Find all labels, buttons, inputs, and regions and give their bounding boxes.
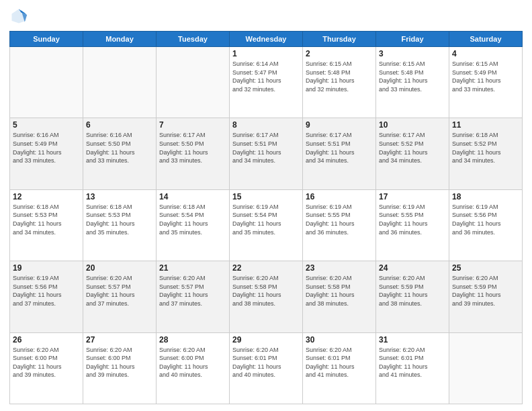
day-number: 28: [159, 335, 226, 345]
day-number: 27: [86, 335, 153, 345]
day-info: Sunrise: 6:17 AM Sunset: 5:52 PM Dayligh…: [379, 131, 446, 165]
logo: [9, 7, 31, 26]
day-number: 23: [306, 263, 373, 273]
calendar-header-wednesday: Wednesday: [230, 32, 303, 47]
calendar-cell: 29Sunrise: 6:20 AM Sunset: 6:01 PM Dayli…: [230, 332, 303, 404]
calendar-cell: 8Sunrise: 6:17 AM Sunset: 5:51 PM Daylig…: [230, 118, 303, 189]
day-number: 13: [86, 192, 153, 201]
calendar-cell: [83, 47, 157, 118]
calendar-cell: 30Sunrise: 6:20 AM Sunset: 6:01 PM Dayli…: [303, 332, 376, 404]
day-number: 3: [379, 49, 446, 58]
calendar-cell: 9Sunrise: 6:17 AM Sunset: 5:51 PM Daylig…: [303, 118, 376, 189]
calendar-cell: 23Sunrise: 6:20 AM Sunset: 5:58 PM Dayli…: [303, 261, 376, 332]
calendar-cell: 17Sunrise: 6:19 AM Sunset: 5:55 PM Dayli…: [376, 189, 449, 261]
calendar-cell: 20Sunrise: 6:20 AM Sunset: 5:57 PM Dayli…: [83, 261, 157, 332]
day-info: Sunrise: 6:20 AM Sunset: 5:57 PM Dayligh…: [159, 274, 226, 308]
calendar-header-saturday: Saturday: [449, 32, 523, 47]
calendar-cell: 1Sunrise: 6:14 AM Sunset: 5:47 PM Daylig…: [230, 47, 303, 118]
day-number: 14: [159, 192, 226, 201]
day-info: Sunrise: 6:17 AM Sunset: 5:51 PM Dayligh…: [232, 131, 300, 165]
calendar-header-monday: Monday: [83, 32, 157, 47]
day-number: 9: [306, 120, 373, 130]
calendar-cell: 31Sunrise: 6:20 AM Sunset: 6:01 PM Dayli…: [376, 332, 449, 404]
day-info: Sunrise: 6:20 AM Sunset: 6:00 PM Dayligh…: [159, 346, 226, 379]
calendar-header-friday: Friday: [376, 32, 449, 47]
calendar-week-2: 5Sunrise: 6:16 AM Sunset: 5:49 PM Daylig…: [10, 118, 523, 189]
day-number: 20: [86, 263, 153, 273]
calendar-cell: [449, 332, 523, 404]
calendar-cell: 15Sunrise: 6:19 AM Sunset: 5:54 PM Dayli…: [230, 189, 303, 261]
day-info: Sunrise: 6:15 AM Sunset: 5:49 PM Dayligh…: [452, 60, 519, 93]
day-info: Sunrise: 6:14 AM Sunset: 5:47 PM Dayligh…: [232, 60, 300, 93]
day-info: Sunrise: 6:20 AM Sunset: 5:59 PM Dayligh…: [379, 274, 446, 308]
day-number: 2: [306, 49, 373, 58]
calendar-header-tuesday: Tuesday: [157, 32, 230, 47]
day-info: Sunrise: 6:20 AM Sunset: 5:57 PM Dayligh…: [86, 274, 153, 308]
day-info: Sunrise: 6:18 AM Sunset: 5:54 PM Dayligh…: [159, 203, 226, 236]
day-number: 15: [232, 192, 300, 201]
calendar-header-row: SundayMondayTuesdayWednesdayThursdayFrid…: [10, 32, 523, 47]
day-info: Sunrise: 6:17 AM Sunset: 5:51 PM Dayligh…: [306, 131, 373, 165]
day-info: Sunrise: 6:16 AM Sunset: 5:50 PM Dayligh…: [86, 131, 153, 165]
day-info: Sunrise: 6:20 AM Sunset: 6:01 PM Dayligh…: [306, 346, 373, 379]
day-number: 8: [232, 120, 300, 130]
calendar-week-3: 12Sunrise: 6:18 AM Sunset: 5:53 PM Dayli…: [10, 189, 523, 261]
calendar-cell: 12Sunrise: 6:18 AM Sunset: 5:53 PM Dayli…: [10, 189, 83, 261]
logo-icon: [9, 7, 28, 26]
day-info: Sunrise: 6:20 AM Sunset: 6:01 PM Dayligh…: [379, 346, 446, 379]
calendar-cell: 14Sunrise: 6:18 AM Sunset: 5:54 PM Dayli…: [157, 189, 230, 261]
calendar-header-sunday: Sunday: [10, 32, 83, 47]
day-info: Sunrise: 6:20 AM Sunset: 6:00 PM Dayligh…: [13, 346, 80, 379]
day-number: 17: [379, 192, 446, 201]
day-number: 30: [306, 335, 373, 345]
calendar-cell: 27Sunrise: 6:20 AM Sunset: 6:00 PM Dayli…: [83, 332, 157, 404]
day-info: Sunrise: 6:19 AM Sunset: 5:54 PM Dayligh…: [232, 203, 300, 236]
calendar-cell: 24Sunrise: 6:20 AM Sunset: 5:59 PM Dayli…: [376, 261, 449, 332]
calendar-week-4: 19Sunrise: 6:19 AM Sunset: 5:56 PM Dayli…: [10, 261, 523, 332]
calendar-cell: [10, 47, 83, 118]
day-number: 22: [232, 263, 300, 273]
day-number: 19: [13, 263, 80, 273]
day-info: Sunrise: 6:15 AM Sunset: 5:48 PM Dayligh…: [379, 60, 446, 93]
calendar-cell: 5Sunrise: 6:16 AM Sunset: 5:49 PM Daylig…: [10, 118, 83, 189]
day-info: Sunrise: 6:15 AM Sunset: 5:48 PM Dayligh…: [306, 60, 373, 93]
calendar-cell: 13Sunrise: 6:18 AM Sunset: 5:53 PM Dayli…: [83, 189, 157, 261]
calendar-cell: 6Sunrise: 6:16 AM Sunset: 5:50 PM Daylig…: [83, 118, 157, 189]
calendar-cell: 22Sunrise: 6:20 AM Sunset: 5:58 PM Dayli…: [230, 261, 303, 332]
day-info: Sunrise: 6:18 AM Sunset: 5:52 PM Dayligh…: [452, 131, 519, 165]
day-number: 29: [232, 335, 300, 345]
header: [9, 7, 523, 26]
calendar-cell: 18Sunrise: 6:19 AM Sunset: 5:56 PM Dayli…: [449, 189, 523, 261]
calendar-header-thursday: Thursday: [303, 32, 376, 47]
day-info: Sunrise: 6:20 AM Sunset: 6:01 PM Dayligh…: [232, 346, 300, 379]
calendar-week-5: 26Sunrise: 6:20 AM Sunset: 6:00 PM Dayli…: [10, 332, 523, 404]
day-number: 31: [379, 335, 446, 345]
calendar-week-1: 1Sunrise: 6:14 AM Sunset: 5:47 PM Daylig…: [10, 47, 523, 118]
day-number: 7: [159, 120, 226, 130]
day-number: 5: [13, 120, 80, 130]
day-info: Sunrise: 6:19 AM Sunset: 5:56 PM Dayligh…: [452, 203, 519, 236]
day-info: Sunrise: 6:20 AM Sunset: 5:58 PM Dayligh…: [306, 274, 373, 308]
calendar-cell: 25Sunrise: 6:20 AM Sunset: 5:59 PM Dayli…: [449, 261, 523, 332]
calendar-cell: 7Sunrise: 6:17 AM Sunset: 5:50 PM Daylig…: [157, 118, 230, 189]
day-number: 16: [306, 192, 373, 201]
day-info: Sunrise: 6:20 AM Sunset: 5:59 PM Dayligh…: [452, 274, 519, 308]
day-number: 25: [452, 263, 519, 273]
calendar-cell: 26Sunrise: 6:20 AM Sunset: 6:00 PM Dayli…: [10, 332, 83, 404]
calendar-cell: 2Sunrise: 6:15 AM Sunset: 5:48 PM Daylig…: [303, 47, 376, 118]
calendar-cell: 10Sunrise: 6:17 AM Sunset: 5:52 PM Dayli…: [376, 118, 449, 189]
day-info: Sunrise: 6:18 AM Sunset: 5:53 PM Dayligh…: [13, 203, 80, 236]
day-number: 11: [452, 120, 519, 130]
calendar-cell: 11Sunrise: 6:18 AM Sunset: 5:52 PM Dayli…: [449, 118, 523, 189]
day-info: Sunrise: 6:20 AM Sunset: 6:00 PM Dayligh…: [86, 346, 153, 379]
page: SundayMondayTuesdayWednesdayThursdayFrid…: [0, 0, 532, 411]
day-info: Sunrise: 6:20 AM Sunset: 5:58 PM Dayligh…: [232, 274, 300, 308]
day-info: Sunrise: 6:19 AM Sunset: 5:56 PM Dayligh…: [13, 274, 80, 308]
day-number: 10: [379, 120, 446, 130]
calendar-cell: 16Sunrise: 6:19 AM Sunset: 5:55 PM Dayli…: [303, 189, 376, 261]
calendar-cell: 3Sunrise: 6:15 AM Sunset: 5:48 PM Daylig…: [376, 47, 449, 118]
day-info: Sunrise: 6:19 AM Sunset: 5:55 PM Dayligh…: [306, 203, 373, 236]
day-number: 4: [452, 49, 519, 58]
day-number: 6: [86, 120, 153, 130]
day-number: 26: [13, 335, 80, 345]
